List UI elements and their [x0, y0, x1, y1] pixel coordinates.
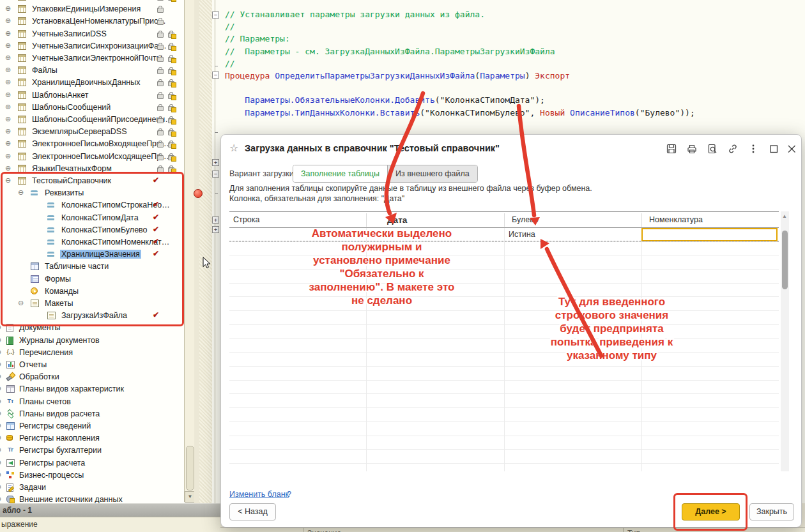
vertical-scrollbar[interactable]: ▲ — [781, 211, 789, 471]
tree-item-Перечисления[interactable]: ⊕{..}Перечисления — [0, 347, 194, 359]
expand-icon[interactable]: ⊕ — [0, 348, 1, 356]
scrollbar-thumb[interactable] — [782, 231, 788, 289]
expand-icon[interactable]: ⊕ — [0, 409, 1, 418]
close-button[interactable]: Закрыть — [749, 503, 794, 521]
tree-item-ШаблоныСообщений[interactable]: ⊕ШаблоныСообщений — [0, 102, 194, 114]
save-icon[interactable] — [666, 143, 677, 155]
expand-icon[interactable]: ⊕ — [0, 446, 1, 454]
tree-item-УстановкаЦенНоменклатурыПрис…[interactable]: ⊕УстановкаЦенНоменклатурыПрис… — [0, 15, 194, 27]
expand-icon[interactable]: ⊕ — [5, 152, 11, 160]
expand-icon[interactable]: ⊕ — [5, 29, 11, 38]
tree-item-Формы[interactable]: Формы — [0, 273, 194, 285]
expand-icon[interactable]: ⊕ — [0, 459, 1, 467]
tree-item-Регистры сведений[interactable]: ⊕Регистры сведений — [0, 420, 194, 432]
tree-item-УчетныеЗаписиDSS[interactable]: ⊕УчетныеЗаписиDSS — [0, 28, 194, 40]
expand-icon[interactable]: ⊕ — [5, 164, 11, 172]
fold-expand-icon[interactable]: + — [212, 226, 219, 233]
maximize-icon[interactable] — [768, 143, 779, 155]
tab-from-file[interactable]: Из внешнего файла — [387, 165, 477, 182]
fold-collapse-icon[interactable]: − — [212, 72, 219, 79]
tree-item-Планы счетов[interactable]: ⊕ТтПланы счетов — [0, 396, 194, 408]
expand-icon[interactable]: ⊕ — [0, 336, 1, 344]
tree-item-Планы видов характеристик[interactable]: ⊕Планы видов характеристик — [0, 383, 194, 395]
fold-collapse-icon[interactable]: − — [212, 171, 219, 178]
expand-icon[interactable]: ⊕ — [0, 483, 1, 491]
expand-icon[interactable]: ⊕ — [0, 397, 1, 406]
tree-item-КолонкаСТипомНоменклат…[interactable]: КолонкаСТипомНоменклат…✔ — [0, 236, 194, 248]
tree-item-КолонкаСТипомСтрокаНео…[interactable]: КолонкаСТипомСтрокаНео…✔ — [0, 199, 194, 211]
expand-icon[interactable]: ⊕ — [0, 360, 1, 369]
expand-icon[interactable]: ⊕ — [5, 42, 11, 50]
expand-icon[interactable]: ⊕ — [5, 127, 11, 135]
tree-item-Табличные части[interactable]: Табличные части — [0, 261, 194, 273]
data-table[interactable]: Строка Дата Булево Номенклатура Истина ▲ — [229, 211, 779, 471]
tree-item-ЭлектронноеПисьмоВходящееПри…[interactable]: ⊕ЭлектронноеПисьмоВходящееПри… — [0, 138, 194, 150]
fold-expand-icon[interactable]: + — [212, 159, 219, 166]
fold-expand-icon[interactable]: + — [212, 217, 219, 224]
preview-icon[interactable] — [707, 143, 718, 155]
expand-icon[interactable]: ⊕ — [5, 54, 11, 62]
table-cell-value[interactable]: Истина — [509, 230, 535, 239]
expand-icon[interactable]: ⊕ — [0, 471, 1, 479]
breakpoint-icon[interactable] — [194, 189, 203, 198]
expand-icon[interactable]: ⊕ — [5, 78, 11, 86]
metadata-tree-panel[interactable]: ⊕УпаковкиЕдиницыИзмерения⊕УстановкаЦенНо… — [0, 0, 195, 503]
expand-icon[interactable]: ⊕ — [0, 384, 1, 393]
close-icon[interactable] — [786, 143, 797, 155]
tree-item-ЯзыкиПечатныхФорм[interactable]: ⊕ЯзыкиПечатныхФорм — [0, 163, 194, 175]
expand-icon[interactable]: ⊕ — [5, 17, 11, 25]
tree-item-Регистры бухгалтерии[interactable]: ⊕TrРегистры бухгалтерии — [0, 445, 194, 457]
collapse-icon[interactable]: ⊖ — [18, 299, 24, 307]
fold-collapse-icon[interactable]: − — [212, 11, 219, 19]
favorite-star-icon[interactable]: ☆ — [229, 142, 238, 154]
tree-item-Журналы документов[interactable]: ⊕Журналы документов — [0, 335, 194, 347]
tree-item-Макеты[interactable]: ⊖Макеты — [0, 298, 194, 310]
tab-fill-table[interactable]: Заполнение таблицы — [293, 165, 387, 182]
edit-form-link[interactable]: Изменить бланк — [229, 490, 289, 499]
tree-item-Команды[interactable]: Команды — [0, 285, 194, 298]
tree-item-ХранилищеЗначения[interactable]: ХранилищеЗначения✔ — [0, 248, 194, 261]
tree-item-УпаковкиЕдиницыИзмерения[interactable]: ⊕УпаковкиЕдиницыИзмерения — [0, 3, 194, 15]
tree-item-ШаблоныАнкет[interactable]: ⊕ШаблоныАнкет — [0, 89, 194, 102]
back-button[interactable]: < Назад — [229, 503, 276, 521]
table-body[interactable]: Истина — [229, 228, 779, 471]
tree-item-Реквизиты[interactable]: ⊖Реквизиты — [0, 187, 194, 199]
column-header[interactable]: Строка — [233, 215, 259, 224]
tree-item-УчетныеЗаписиСинхронизацииФа…[interactable]: ⊕УчетныеЗаписиСинхронизацииФа… — [0, 40, 194, 52]
tree-item-Планы видов расчета[interactable]: ⊕Планы видов расчета — [0, 408, 194, 420]
expand-icon[interactable]: ⊕ — [5, 103, 11, 111]
tree-scrollbar[interactable]: ▼ — [184, 0, 195, 502]
tree-item-ТестовыйСправочник[interactable]: ⊖ТестовыйСправочник✔ — [0, 175, 194, 187]
next-button[interactable]: Далее > — [682, 503, 740, 521]
tree-item-УчетныеЗаписиЭлектроннойПочты[interactable]: ⊕УчетныеЗаписиЭлектроннойПочты — [0, 52, 194, 65]
expand-icon[interactable]: ⊕ — [5, 115, 11, 123]
expand-icon[interactable]: ⊕ — [5, 4, 11, 13]
tree-item-КолонкаСТипомБулево[interactable]: КолонкаСТипомБулево✔ — [0, 224, 194, 236]
tree-item-Обработки[interactable]: ⊕Обработки — [0, 371, 194, 383]
expand-icon[interactable]: ⊕ — [0, 323, 1, 331]
expand-icon[interactable]: ⊕ — [0, 422, 1, 430]
tree-item-ЭлектронноеПисьмоИсходящееПр…[interactable]: ⊕ЭлектронноеПисьмоИсходящееПр… — [0, 151, 194, 163]
breakpoint-margin[interactable] — [199, 0, 212, 503]
collapse-icon[interactable]: ⊖ — [18, 188, 24, 197]
tree-item-Регистры расчета[interactable]: ⊕Регистры расчета — [0, 457, 194, 469]
tree-item-Задачи[interactable]: ⊕Задачи — [0, 482, 194, 494]
print-icon[interactable] — [686, 143, 698, 155]
expand-icon[interactable]: ⊕ — [0, 495, 1, 503]
column-header[interactable]: Дата — [387, 215, 407, 225]
selected-cell[interactable] — [641, 228, 778, 241]
tree-item-Отчеты[interactable]: ⊕Отчеты — [0, 359, 194, 371]
tree-item-Внешние источники данных[interactable]: ⊕Внешние источники данных — [0, 494, 194, 503]
link-icon[interactable] — [727, 143, 739, 155]
tree-item-ЭкземплярыСервераDSS[interactable]: ⊕ЭкземплярыСервераDSS — [0, 126, 194, 138]
more-icon[interactable] — [747, 143, 759, 155]
scroll-up-icon[interactable]: ▲ — [782, 213, 787, 219]
expand-icon[interactable]: ⊕ — [5, 139, 11, 148]
tree-item-Бизнес-процессы[interactable]: ⊕Бизнес-процессы — [0, 469, 194, 482]
help-link[interactable]: ? — [287, 490, 291, 499]
expand-icon[interactable]: ⊕ — [5, 91, 11, 99]
expand-icon[interactable]: ⊕ — [0, 434, 1, 442]
expand-icon[interactable]: ⊕ — [5, 66, 11, 74]
column-header[interactable]: Номенклатура — [649, 215, 703, 224]
tree-item-Документы[interactable]: ⊕Документы — [0, 322, 194, 334]
